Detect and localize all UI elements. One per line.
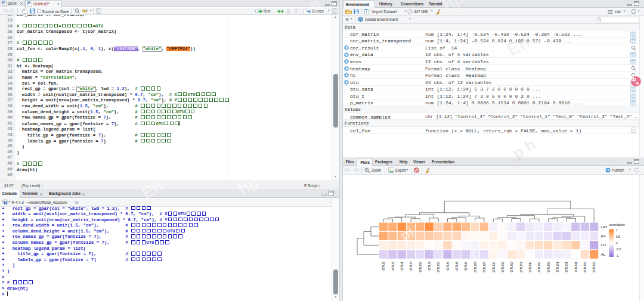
svg-text:OTU56: OTU56: [436, 262, 440, 272]
svg-text:-1: -1: [616, 254, 619, 257]
svg-text:0: 0: [616, 241, 618, 245]
svg-text:OTU40: OTU40: [528, 262, 532, 272]
svg-text:OTU6: OTU6: [464, 262, 467, 271]
svg-text:OTU57: OTU57: [519, 262, 523, 272]
svg-text:OTU2: OTU2: [382, 262, 385, 271]
svg-text:OTU30: OTU30: [492, 262, 496, 272]
svg-text:R: R: [4, 200, 8, 205]
svg-text:OTU5: OTU5: [446, 262, 450, 271]
svg-text:LAT: LAT: [601, 225, 608, 229]
svg-text:OTU1: OTU1: [400, 262, 404, 271]
svg-text:OTU31: OTU31: [565, 262, 568, 272]
svg-text:OTU3: OTU3: [391, 262, 395, 271]
svg-text:AL: AL: [601, 253, 606, 256]
svg-text:OTU8: OTU8: [455, 262, 459, 271]
svg-text:OTU59: OTU59: [547, 262, 550, 272]
svg-text:OTU29: OTU29: [473, 262, 477, 272]
svg-text:OTU41: OTU41: [574, 262, 578, 272]
svg-text:A: A: [636, 80, 639, 86]
svg-text:OTU58: OTU58: [419, 262, 422, 272]
svg-text:-0.5: -0.5: [616, 247, 621, 251]
svg-text:OTU61: OTU61: [556, 262, 559, 272]
svg-text:OTU32: OTU32: [501, 262, 504, 272]
svg-text:OTU60: OTU60: [537, 262, 541, 272]
svg-text:OTU33: OTU33: [592, 262, 596, 272]
svg-text:OTU7: OTU7: [428, 262, 431, 271]
svg-text:pH: pH: [601, 234, 606, 238]
svg-text:correlation: correlation: [609, 223, 625, 226]
svg-text:OTU4: OTU4: [409, 262, 413, 271]
svg-text:OTU62: OTU62: [510, 262, 513, 272]
svg-text:0.5: 0.5: [616, 235, 620, 238]
svg-text:OTU28: OTU28: [482, 262, 486, 272]
svg-text:1: 1: [616, 228, 618, 232]
svg-text:OTU55: OTU55: [583, 262, 587, 272]
svg-text:LO: LO: [601, 243, 606, 247]
